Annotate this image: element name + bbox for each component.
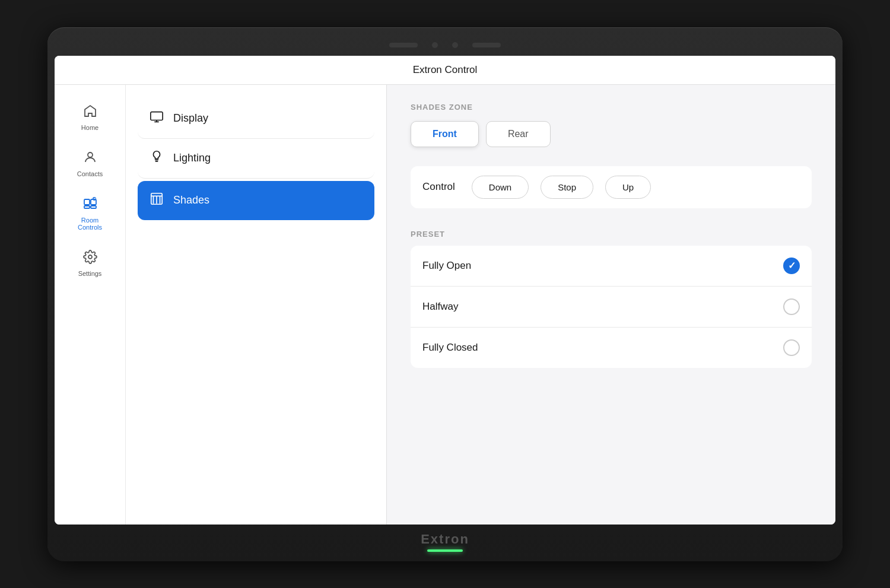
svg-rect-1 [84,199,90,205]
preset-item-fully-open[interactable]: Fully Open [411,246,812,287]
sensor-left [389,43,418,47]
sidebar-label-contacts: Contacts [77,170,103,177]
preset-radio-fully-open [783,258,800,274]
control-btn-up[interactable]: Up [605,176,651,199]
svg-point-0 [88,152,93,157]
contacts-icon [83,150,97,168]
preset-item-halfway[interactable]: Halfway [411,287,812,328]
menu-label-shades: Shades [173,194,209,206]
control-row: Control Down Stop Up [411,166,812,208]
brand-label: Extron [421,532,469,547]
svg-rect-4 [91,206,96,208]
room-controls-icon [83,196,97,214]
sidebar-item-contacts[interactable]: Contacts [63,143,117,185]
svg-rect-7 [151,112,163,120]
preset-radio-fully-closed [783,339,800,356]
led-strip [427,549,463,552]
camera-dot-right [452,42,458,48]
shades-icon [150,192,164,209]
preset-section: Fully Open Halfway Fully Closed [411,246,812,368]
device-frame: Extron Control Home [47,27,843,561]
sensor-right [472,43,501,47]
preset-label-fully-closed: Fully Closed [422,342,478,354]
sidebar-label-room-controls: Room Controls [73,217,107,231]
control-btn-down[interactable]: Down [472,176,529,199]
svg-point-5 [93,197,96,201]
control-btn-stop[interactable]: Stop [541,176,593,199]
preset-item-fully-closed[interactable]: Fully Closed [411,328,812,368]
display-icon [150,110,164,128]
menu-label-lighting: Lighting [173,152,211,164]
zone-btn-front[interactable]: Front [411,121,479,147]
device-top-bar [55,34,835,56]
shades-control-panel: SHADES ZONE Front Rear Control Down Stop… [387,85,835,525]
app-title: Extron Control [413,64,478,75]
control-label: Control [422,181,455,193]
device-bottom: Extron [55,525,835,554]
sidebar-label-settings: Settings [78,270,102,277]
preset-label-fully-open: Fully Open [422,260,471,272]
preset-label-halfway: Halfway [422,301,458,313]
settings-icon [83,250,97,268]
sidebar-item-room-controls[interactable]: Room Controls [63,189,117,238]
main-content: Display Lighting [126,85,835,525]
sidebar-label-home: Home [81,124,98,131]
menu-item-shades[interactable]: Shades [138,181,374,220]
preset-section-label: PRESET [411,230,812,246]
menu-panel: Display Lighting [126,85,387,525]
sidebar-item-home[interactable]: Home [63,97,117,138]
screen: Extron Control Home [55,56,835,525]
menu-item-display[interactable]: Display [138,99,374,139]
home-icon [83,104,97,122]
zone-buttons: Front Rear [411,121,812,147]
menu-label-display: Display [173,112,208,125]
menu-item-lighting[interactable]: Lighting [138,139,374,179]
zone-btn-rear[interactable]: Rear [486,121,551,147]
camera-dot-left [432,42,438,48]
sidebar-item-settings[interactable]: Settings [63,243,117,284]
zone-section-label: SHADES ZONE [411,103,812,112]
screen-body: Home Contacts [55,85,835,525]
svg-point-6 [88,255,92,259]
preset-radio-halfway [783,298,800,315]
app-header: Extron Control [55,56,835,85]
sidebar: Home Contacts [55,85,126,525]
svg-rect-3 [84,206,90,208]
lighting-icon [150,150,164,167]
